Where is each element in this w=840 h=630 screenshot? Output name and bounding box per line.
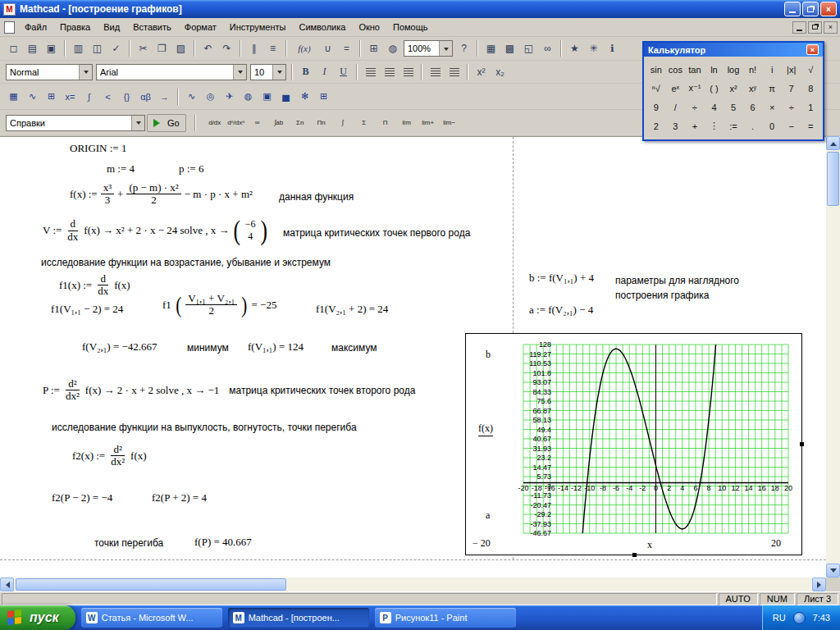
palette-calculus[interactable]: ∫ [80,88,98,106]
zoom-combobox[interactable]: 100% [404,40,453,57]
cut-button[interactable]: ✂ [134,39,153,57]
menu-item[interactable]: Символика [292,20,352,34]
text-region-convexity[interactable]: исследование функции на выпуклость, вогн… [52,422,357,433]
start-button[interactable]: пуск [0,605,75,630]
menu-item[interactable]: Правка [53,20,97,34]
calculate-button[interactable]: = [337,39,356,57]
menu-item[interactable]: Инструменты [223,20,293,34]
insert-component-button[interactable]: ⊞ [364,39,383,57]
resize-handle[interactable] [800,442,804,446]
formula-m-definition[interactable]: m := 4 [107,162,135,176]
dropdown-arrow-icon[interactable] [131,116,144,130]
grid-button[interactable]: ⊞ [314,88,333,106]
italic-button[interactable]: I [315,63,334,81]
calculator-key[interactable]: 1 [801,98,820,116]
calculator-key[interactable]: + [685,116,705,135]
insert-table-button[interactable]: ▦ [482,39,500,57]
palette-matrix[interactable]: ⊞ [42,88,61,106]
calculator-key[interactable]: log [724,60,743,79]
indefinite-integral-button[interactable]: ∫ [332,114,354,132]
calculator-key[interactable]: . [743,116,763,135]
palette-graph[interactable]: ∿ [23,88,42,106]
align-across-button[interactable]: ∥ [244,39,263,57]
taskbar-task[interactable]: MMathcad - [построен... [228,608,369,628]
infinity-button[interactable]: ∞ [247,114,268,132]
wave-chart-button[interactable]: ∿ [182,88,201,106]
spellcheck-button[interactable]: ✓ [107,39,126,57]
summation-range-button[interactable]: Σn [290,114,311,132]
font-combobox[interactable]: Arial [96,64,247,80]
calculator-key[interactable]: − [782,116,801,135]
subscript-button[interactable]: x₂ [491,63,509,81]
underline-button[interactable]: U [334,63,353,81]
calculator-titlebar[interactable]: Калькулятор × [644,43,823,57]
save-button[interactable]: ▣ [42,39,61,57]
palette-greek[interactable]: αβ [136,88,155,106]
calculator-key[interactable]: 8 [801,79,820,98]
close-icon[interactable]: × [806,44,819,55]
calculator-key[interactable]: 4 [705,98,724,116]
scroll-down-icon[interactable] [826,564,840,578]
formula-minimum-value[interactable]: f(V₂,₁) = −42.667 [82,340,158,354]
help-button[interactable]: ? [454,39,473,57]
close-icon[interactable]: × [820,2,837,16]
airplane-button[interactable]: ✈ [220,88,239,106]
limit-left-button[interactable]: lim− [439,114,460,132]
copy-button[interactable]: ❐ [153,39,171,57]
document-restore-icon[interactable] [808,21,822,34]
calculator-key[interactable]: := [724,116,743,135]
calculator-key[interactable]: ⋮ [705,116,724,135]
print-button[interactable]: ▥ [69,39,88,57]
menu-item[interactable]: Помощь [386,20,435,34]
resource-center-button[interactable]: ★ [565,39,584,57]
tray-program-icon[interactable] [793,612,806,624]
calculator-key[interactable]: 2 [646,116,666,135]
style-combobox[interactable]: Normal [6,64,93,80]
calculator-key[interactable]: ⁿ√ [646,79,666,98]
calculator-palette[interactable]: Калькулятор × sincostanlnlogn!i|x|√ⁿ√eˣx… [642,41,824,141]
calculator-key[interactable]: ÷ [685,98,705,116]
calculator-key[interactable]: / [666,98,686,116]
calculator-key[interactable]: 7 [782,79,801,98]
calculator-key[interactable]: = [801,116,820,135]
calculator-key[interactable]: ÷ [782,98,801,116]
horizontal-scroll-thumb[interactable] [16,578,286,591]
mathconnex-button[interactable]: ◍ [383,39,402,57]
dropdown-arrow-icon[interactable] [272,65,285,80]
calculator-key[interactable]: x⁻¹ [685,79,705,98]
zoom-target-button[interactable]: ◎ [201,88,220,106]
vertical-scroll-thumb[interactable] [827,152,839,206]
resources-combobox[interactable]: Справки [6,115,145,131]
calculator-key[interactable]: tan [685,60,705,79]
resize-handle[interactable] [632,553,637,557]
superscript-button[interactable]: x² [472,63,491,81]
scroll-up-icon[interactable] [826,136,840,150]
formula-b-definition[interactable]: b := f(V₁,₁) + 4 [529,272,594,285]
redo-button[interactable]: ↷ [217,39,236,57]
formula-f1-at-right[interactable]: f1(V₂,₁ + 2) = 24 [316,303,388,316]
palette-evaluation[interactable]: x= [61,88,80,106]
formula-f-definition[interactable]: f(x) := x³3 + (p − m) · x²2 − m · p · x … [70,182,253,207]
scroll-right-icon[interactable] [812,578,826,591]
calculator-key[interactable]: 6 [743,98,763,116]
product-range-button[interactable]: Πn [311,114,332,132]
dropdown-arrow-icon[interactable] [439,41,452,56]
scroll-left-icon[interactable] [0,578,14,591]
tip-of-day-button[interactable]: ✳ [584,39,603,57]
derivative-button[interactable]: d/dx [204,114,226,132]
calculator-key[interactable]: √ [801,60,820,79]
text-region-monotonicity[interactable]: исследование функции на возрастание, убы… [41,257,331,268]
clock[interactable]: 7:43 [813,613,830,623]
paste-button[interactable]: ▧ [171,39,190,57]
comment-first-order-points[interactable]: матрица критических точек первого рода [283,227,470,239]
align-down-button[interactable]: ≡ [263,39,282,57]
calculator-key[interactable]: sin [646,60,666,79]
insert-area-button[interactable]: ◱ [519,39,538,57]
calculator-key[interactable]: |x| [782,60,801,79]
bold-button[interactable]: B [296,63,315,81]
formula-f2-left[interactable]: f2(P − 2) = −4 [52,491,112,504]
calculator-key[interactable]: × [762,98,782,116]
worksheet[interactable]: ORIGIN := 1 m := 4 p := 6 f(x) := x³3 + … [0,136,826,578]
language-indicator[interactable]: RU [773,613,786,623]
formula-inflection-value[interactable]: f(P) = 40.667 [194,536,252,549]
